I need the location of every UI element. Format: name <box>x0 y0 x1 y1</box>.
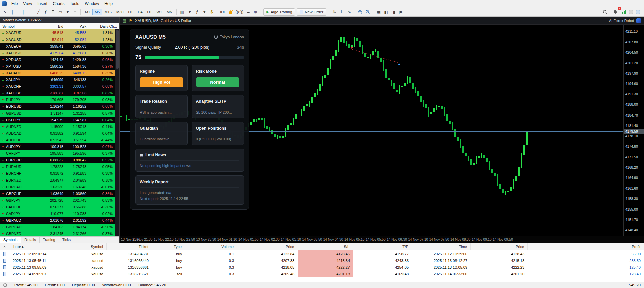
toggle-panels-icon[interactable]: ◨ <box>390 8 397 16</box>
market-watch-row[interactable]: ▼EURJPY179.695179.705-0.03% <box>0 96 119 103</box>
timeframe-m5[interactable]: M5 <box>92 9 102 15</box>
market-watch-row[interactable]: ▼AUDNZD1.150001.15013-0.41% <box>0 123 119 130</box>
ide-button[interactable]: IDE <box>219 8 227 16</box>
toolbox-column-s-l[interactable]: S/L <box>298 243 353 250</box>
broadcast-icon[interactable]: ((o)) <box>235 8 245 16</box>
market-watch-row[interactable]: ▲XAUEUR3595.413595.630.30% <box>0 43 119 50</box>
market-watch-row[interactable]: ▼GBPAUD2.010762.01092-0.44% <box>0 217 119 224</box>
indicators-dropdown-icon[interactable]: ▾ <box>201 8 208 16</box>
menu-help[interactable]: Help <box>102 1 115 7</box>
window-panel-icon[interactable] <box>636 10 640 14</box>
zoom-out-icon[interactable] <box>364 8 371 16</box>
market-watch-row[interactable]: ▼GBPJPY202.728202.743-0.53% <box>0 197 119 204</box>
market-watch-row[interactable]: ▲XAUAUD6408.296408.750.35% <box>0 70 119 76</box>
zoom-in-icon[interactable] <box>357 8 364 16</box>
column-header-daily-ch-[interactable]: Daily Ch... <box>89 23 119 29</box>
time-axis[interactable]: 13 Nov 202513 Nov 21:3013 Nov 22:1013 No… <box>120 236 644 243</box>
vertical-line-icon[interactable]: │ <box>20 8 27 16</box>
market-watch-row[interactable]: ▲XAGEUR45.51845.5531.31% <box>0 29 119 36</box>
market-watch-row[interactable]: ▲XAUGBP3186.873187.080.82% <box>0 90 119 96</box>
fibonacci-icon[interactable]: ƒ <box>42 8 49 16</box>
toolbox-column-price[interactable]: Price <box>237 243 298 250</box>
horizontal-line-icon[interactable]: ─ <box>27 8 35 16</box>
sort-icon[interactable]: ⇅ <box>331 8 338 16</box>
market-watch-row[interactable]: ▼GBPNZD2.312452.31266-0.87% <box>0 230 119 236</box>
column-header-ask[interactable]: Ask <box>66 23 89 29</box>
tab-details[interactable]: Details <box>21 237 40 243</box>
tab-ticks[interactable]: Ticks <box>59 237 74 243</box>
market-watch-scrollbar[interactable] <box>115 29 119 236</box>
toolbox-column-profit[interactable]: Profit <box>528 243 644 250</box>
toolbox-column-symbol[interactable]: Symbol <box>71 243 107 250</box>
market-watch-row[interactable]: ▲EURAUD1.782281.782430.05% <box>0 163 119 170</box>
toolbox-column-time[interactable]: Time <box>412 243 471 250</box>
column-header-bid[interactable]: Bid <box>45 23 66 29</box>
market-watch-row[interactable]: ▲EURGBP0.886320.886420.52% <box>0 157 119 163</box>
chart-type-dropdown-icon[interactable]: ▾ <box>186 8 193 16</box>
timeframe-m1[interactable]: M1 <box>83 9 92 15</box>
trendline-icon[interactable]: ╱ <box>35 8 42 16</box>
tab-symbols[interactable]: Symbols <box>0 237 21 243</box>
community-icon[interactable]: ⊕ <box>252 8 259 16</box>
chart-plot-area[interactable]: XAUUSD M5 Tokyo London Signal Quality 2.… <box>120 25 623 236</box>
toolbox-column-time[interactable]: Time ▴ <box>9 243 71 250</box>
market-watch-row[interactable]: ▼AUDJPY100.815100.828-0.07% <box>0 143 119 150</box>
market-watch-row[interactable]: ▼XAUCHF3303.313303.57-0.08% <box>0 83 119 90</box>
currency-icon[interactable]: $ <box>208 8 215 16</box>
market-watch-row[interactable]: ▲CHFJPY195.583195.5960.37% <box>0 150 119 157</box>
market-watch-row[interactable]: ▲USDJPY154.579154.5870.04% <box>0 117 119 123</box>
tick-chart-icon[interactable]: ∿ <box>345 8 353 16</box>
price-axis[interactable]: 4211.104207.804204.504201.204197.904194.… <box>623 25 644 236</box>
deal-row[interactable]: 2025.11.13 09:55:09xauusd1316356661buy0.… <box>0 264 644 271</box>
market-watch-row[interactable]: ▼EURCAD1.632361.63248-0.01% <box>0 184 119 190</box>
timeframe-h4[interactable]: H4 <box>135 9 145 15</box>
notifications-bell-icon[interactable]: 1 <box>612 8 619 16</box>
market-watch-row[interactable]: ▼AUDCHF0.515420.51554-0.44% <box>0 137 119 143</box>
timeframe-w1[interactable]: W1 <box>154 9 165 15</box>
market-watch-row[interactable]: ▼GBPCAD1.841631.84174-0.50% <box>0 224 119 230</box>
market-watch-row[interactable]: ▲XAUJPY6460996461330.26% <box>0 76 119 83</box>
market-watch-row[interactable]: ▲XAUUSD4179.644179.810.20% <box>0 50 119 56</box>
toolbox-column-ticket[interactable]: Ticket <box>107 243 152 250</box>
market-watch-row[interactable]: ▼CADJPY110.077110.088-0.02% <box>0 210 119 217</box>
timeframe-h1[interactable]: H1 <box>126 9 135 15</box>
crosshair-icon[interactable]: ┼ <box>9 8 16 16</box>
window-layout-icon[interactable] <box>629 10 633 14</box>
timeframe-d1[interactable]: D1 <box>145 9 154 15</box>
market-watch-row[interactable]: ▲XAGUSD52.91452.9541.23% <box>0 36 119 43</box>
toolbox-column-volume[interactable]: Volume <box>185 243 237 250</box>
deal-row[interactable]: 2025.11.14 05:05:07xauusd1318215621sell0… <box>0 271 644 277</box>
tab-trading[interactable]: Trading <box>40 237 59 243</box>
market-watch-row[interactable]: ▼XPTUSD1580.221584.36-0.27% <box>0 63 119 70</box>
menu-tools[interactable]: Tools <box>67 1 82 7</box>
menu-file[interactable]: File <box>9 1 20 7</box>
toolbox-column-t-p[interactable]: T/P <box>353 243 412 250</box>
search-icon[interactable] <box>601 8 609 16</box>
dock-right-icon[interactable]: ◧ <box>382 8 390 16</box>
close-toolbox-button[interactable]: × <box>0 243 9 250</box>
shapes-icon[interactable]: ▭ <box>57 8 64 16</box>
menu-insert[interactable]: Insert <box>35 1 50 7</box>
timeframe-m30[interactable]: M30 <box>114 9 126 15</box>
market-watch-row[interactable]: ▼CADCHF0.562770.56288-0.36% <box>0 204 119 210</box>
objects-list-icon[interactable]: ≡ <box>71 8 79 16</box>
scrollbar-thumb[interactable] <box>116 30 119 69</box>
screenshot-icon[interactable]: ▣ <box>397 8 405 16</box>
timeframe-m15[interactable]: M15 <box>102 9 114 15</box>
toolbox-column-price[interactable]: Price <box>471 243 528 250</box>
column-header-symbol[interactable]: Symbol <box>0 23 45 29</box>
deal-row[interactable]: 2025.11.13 05:45:11xauusd1316066440buy0.… <box>0 257 644 264</box>
market-watch-row[interactable]: ▼EURNZD2.049772.04989-0.38% <box>0 177 119 184</box>
lock-icon[interactable] <box>227 8 235 16</box>
cloud-icon[interactable]: ☁ <box>244 8 252 16</box>
candles-chart-icon[interactable]: ▥ <box>178 8 186 16</box>
text-tool-icon[interactable]: T <box>49 8 57 16</box>
toolbox-column-type[interactable]: Type <box>152 243 185 250</box>
pause-bars-icon[interactable]: ‖ <box>338 8 345 16</box>
account-levels-icon[interactable] <box>622 10 626 14</box>
market-watch-row[interactable]: ▼EURUSD1.162441.16252-0.08% <box>0 103 119 110</box>
menu-charts[interactable]: Charts <box>50 1 67 7</box>
market-watch-row[interactable]: ▼XPDUSD1424.481429.83-0.05% <box>0 56 119 63</box>
arrows-dropdown-icon[interactable]: ▾ <box>64 8 71 16</box>
timeframe-mn[interactable]: MN <box>164 9 175 15</box>
